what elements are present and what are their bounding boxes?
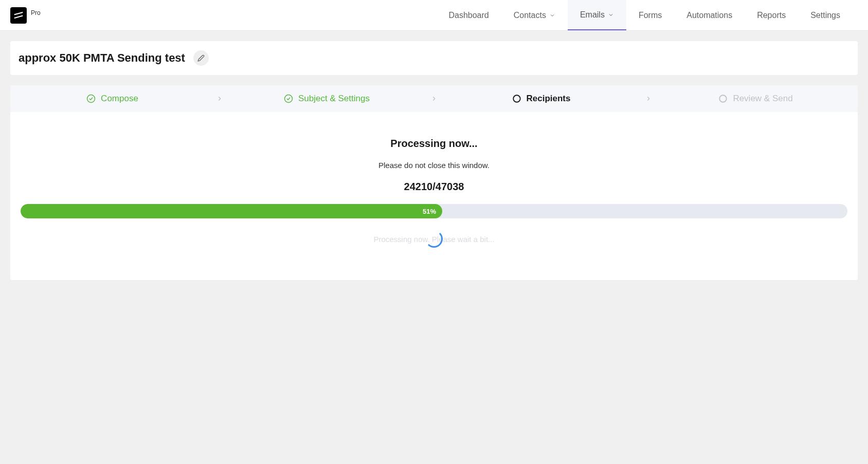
nav-emails[interactable]: Emails (568, 0, 626, 30)
wait-row: Processing now. Please wait a bit... (21, 229, 847, 249)
page-title: approx 50K PMTA Sending test (19, 51, 185, 65)
svg-point-0 (87, 95, 95, 103)
chevron-right-icon (430, 95, 438, 102)
step-compose[interactable]: Compose (10, 94, 214, 104)
nav-label: Reports (757, 11, 786, 20)
app-logo[interactable] (10, 7, 27, 24)
step-review-send[interactable]: Review & Send (654, 94, 858, 104)
header: Pro Dashboard Contacts Emails Forms Auto… (0, 0, 868, 31)
nav-automations[interactable]: Automations (674, 0, 745, 30)
chevron-right-icon (216, 95, 223, 102)
step-recipients[interactable]: Recipients (439, 94, 643, 104)
svg-point-1 (285, 95, 293, 103)
step-subject-settings[interactable]: Subject & Settings (225, 94, 429, 104)
brand: Pro (10, 7, 41, 24)
step-label: Recipients (527, 94, 571, 104)
content-area: Processing now... Please do not close th… (10, 112, 858, 280)
pencil-icon (197, 54, 205, 62)
step-separator (429, 95, 439, 102)
progress-bar: 51% (21, 204, 847, 218)
chevron-down-icon (608, 12, 614, 18)
step-separator (643, 95, 654, 102)
processing-subtitle: Please do not close this window. (21, 161, 847, 170)
step-label: Compose (101, 94, 138, 104)
progress-percent-label: 51% (423, 208, 436, 215)
nav-settings[interactable]: Settings (798, 0, 853, 30)
svg-point-3 (720, 95, 727, 102)
nav-label: Contacts (514, 11, 546, 20)
main-nav: Dashboard Contacts Emails Forms Automati… (436, 0, 853, 30)
steps-bar: Compose Subject & Settings Recipients Re… (10, 85, 858, 112)
chevron-down-icon (549, 12, 555, 18)
step-label: Review & Send (733, 94, 792, 104)
progress-counter: 24210/47038 (21, 181, 847, 193)
chevron-right-icon (645, 95, 652, 102)
step-label: Subject & Settings (298, 94, 370, 104)
nav-dashboard[interactable]: Dashboard (436, 0, 501, 30)
circle-icon (718, 94, 728, 103)
nav-forms[interactable]: Forms (626, 0, 674, 30)
spinner-icon (425, 230, 443, 248)
page-title-bar: approx 50K PMTA Sending test (10, 41, 858, 75)
check-circle-icon (86, 94, 96, 103)
progress-bar-fill: 51% (21, 204, 442, 218)
nav-label: Automations (686, 11, 732, 20)
svg-point-2 (513, 95, 520, 102)
nav-label: Dashboard (448, 11, 489, 20)
pro-label: Pro (31, 9, 41, 16)
nav-label: Forms (639, 11, 662, 20)
processing-title: Processing now... (21, 138, 847, 150)
nav-label: Emails (580, 10, 605, 20)
step-separator (214, 95, 225, 102)
circle-icon (512, 94, 521, 103)
edit-title-button[interactable] (193, 50, 209, 66)
check-circle-icon (284, 94, 293, 103)
nav-label: Settings (810, 11, 840, 20)
nav-reports[interactable]: Reports (745, 0, 798, 30)
nav-contacts[interactable]: Contacts (501, 0, 568, 30)
